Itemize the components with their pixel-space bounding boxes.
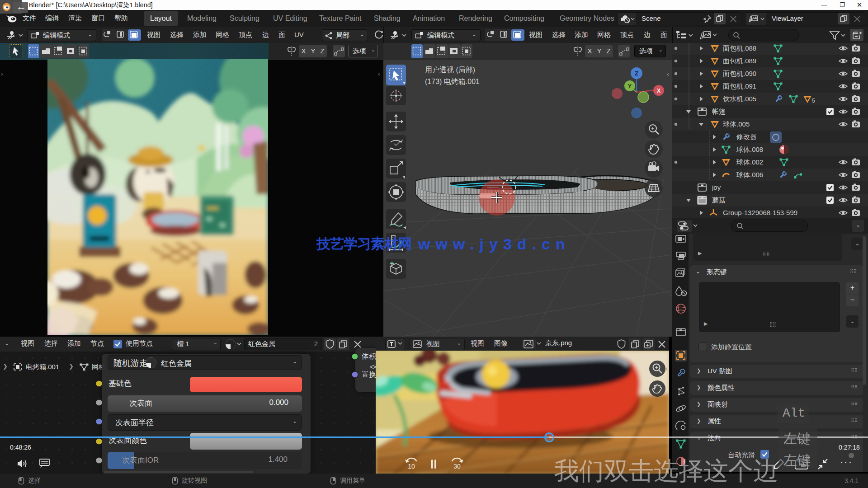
svg-text:球体.006: 球体.006 (736, 171, 763, 178)
svg-text:Y: Y (628, 83, 632, 89)
svg-text:球体.008: 球体.008 (736, 145, 763, 153)
svg-text:5: 5 (812, 98, 815, 104)
svg-text:10: 10 (408, 463, 415, 470)
svg-text:X: X (657, 88, 660, 94)
svg-text:joy: joy (712, 183, 721, 191)
svg-text:面包机.091: 面包机.091 (723, 82, 756, 90)
svg-text:修改器: 修改器 (736, 133, 757, 141)
svg-text:面包机.088: 面包机.088 (723, 44, 756, 52)
svg-text:面包机.089: 面包机.089 (723, 57, 756, 65)
svg-text:球体.005: 球体.005 (722, 120, 750, 128)
svg-text:球体.002: 球体.002 (736, 158, 763, 166)
svg-text:面包机.090: 面包机.090 (723, 70, 756, 77)
svg-text:帐篷: 帐篷 (712, 108, 726, 115)
svg-text:饮水机.005: 饮水机.005 (723, 95, 756, 103)
svg-text:Z: Z (635, 70, 638, 77)
svg-text:Group-1329068-153-599: Group-1329068-153-599 (723, 209, 797, 216)
svg-text:30: 30 (453, 463, 461, 470)
svg-text:蘑菇: 蘑菇 (712, 196, 726, 204)
